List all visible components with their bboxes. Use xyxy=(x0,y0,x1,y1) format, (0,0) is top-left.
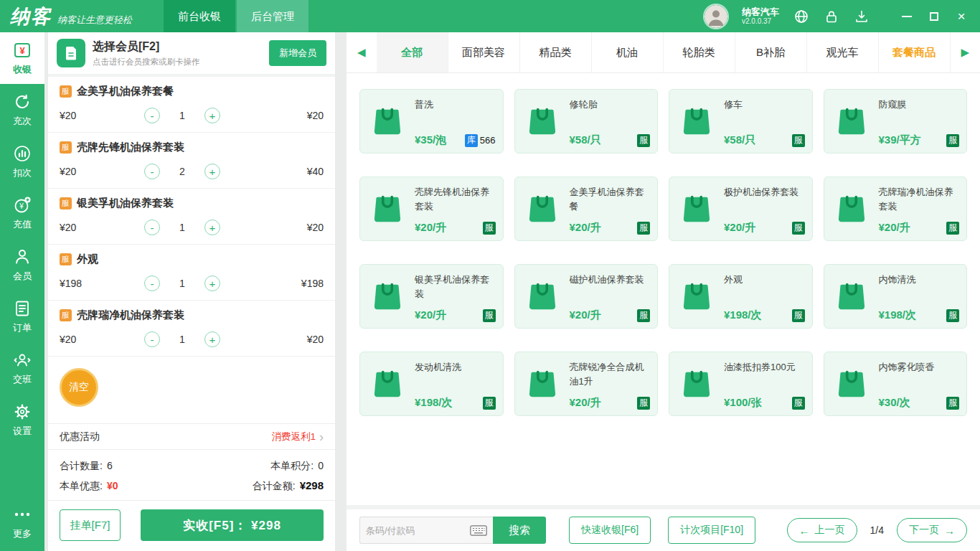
product-card[interactable]: 油漆抵扣券100元 ¥100/张服 xyxy=(669,352,813,416)
quick-cashier-button[interactable]: 快速收银[F6] xyxy=(569,517,651,544)
category-tab-tires[interactable]: 轮胎类 xyxy=(664,32,735,72)
quantity-stepper: - 1 + xyxy=(144,108,220,123)
tab-front-cashier[interactable]: 前台收银 xyxy=(164,0,235,32)
sidebar-item-settings[interactable]: 设置 xyxy=(0,394,44,446)
minus-button[interactable]: - xyxy=(144,331,160,347)
product-card[interactable]: 内饰清洗 ¥198/次服 xyxy=(824,264,968,329)
maximize-button[interactable] xyxy=(924,6,944,27)
chevron-right-icon: › xyxy=(319,430,324,443)
cart-list: 服金美孚机油保养套餐 ¥20 - 1 + ¥20 服壳牌先锋机油保养套装 xyxy=(48,77,335,357)
category-tab-sightseeing[interactable]: 观光车 xyxy=(807,32,879,72)
member-title: 选择会员[F2] xyxy=(93,39,200,55)
gear-icon xyxy=(13,402,32,421)
count-item-button[interactable]: 计次项目[F10] xyxy=(668,517,755,544)
product-card[interactable]: 防窥膜 ¥39/平方服 xyxy=(824,89,968,154)
category-tab-facial[interactable]: 面部美容 xyxy=(448,32,520,72)
minus-button[interactable]: - xyxy=(144,276,160,291)
service-badge: 服 xyxy=(637,309,650,322)
category-tab-oil[interactable]: 机油 xyxy=(592,32,664,72)
sidebar-item-orders[interactable]: 订单 xyxy=(0,291,44,342)
keyboard-icon[interactable] xyxy=(470,525,487,536)
sidebar-item-member[interactable]: 会员 xyxy=(0,239,44,291)
sidebar-item-recharge[interactable]: ¥ 充值 xyxy=(0,187,44,239)
clear-cart-button[interactable]: 清空 xyxy=(60,368,98,407)
minus-button[interactable]: - xyxy=(144,164,160,179)
search-button[interactable]: 搜索 xyxy=(493,517,546,544)
member-select[interactable]: 选择会员[F2] 点击进行会员搜索或刷卡操作 新增会员 xyxy=(48,32,335,77)
service-badge: 服 xyxy=(637,397,650,410)
globe-icon[interactable] xyxy=(793,9,809,24)
product-card[interactable]: 修车 ¥58/只服 xyxy=(669,89,813,154)
sidebar-item-label: 交班 xyxy=(13,373,32,386)
plus-button[interactable]: + xyxy=(204,331,220,347)
plus-button[interactable]: + xyxy=(204,108,220,123)
product-card[interactable]: 磁护机油保养套装 ¥20/升服 xyxy=(514,264,659,329)
product-panel: ◀ 全部 面部美容 精品类 机油 轮胎类 B补胎 观光车 套餐商品 ▶ xyxy=(347,32,980,551)
avatar[interactable] xyxy=(705,5,727,28)
product-card[interactable]: 普洗 ¥35/泡 库566 xyxy=(359,89,504,154)
shopping-bag-icon xyxy=(522,183,562,235)
category-tab-all[interactable]: 全部 xyxy=(377,32,448,72)
shopping-bag-icon xyxy=(367,358,407,410)
sidebar-item-deduct-times[interactable]: 扣次 xyxy=(0,136,44,187)
minimize-button[interactable] xyxy=(897,6,917,27)
product-card[interactable]: 外观 ¥198/次服 xyxy=(669,264,813,329)
sidebar-item-shift[interactable]: 交班 xyxy=(0,342,44,394)
promo-row[interactable]: 优惠活动 消费返利1 › xyxy=(48,423,335,450)
cart-item-name: 银美孚机油保养套装 xyxy=(77,197,174,210)
product-card[interactable]: 极护机油保养套装 ¥20/升服 xyxy=(669,176,813,241)
minus-button[interactable]: - xyxy=(144,108,160,123)
cart-item-price: ¥20 xyxy=(60,334,123,345)
minus-button[interactable]: - xyxy=(144,220,160,235)
search-input[interactable] xyxy=(366,525,470,536)
sidebar-item-label: 收银 xyxy=(13,63,32,76)
category-next-arrow[interactable]: ▶ xyxy=(951,32,980,72)
refresh-icon xyxy=(13,93,32,111)
product-card[interactable]: 金美孚机油保养套餐 ¥20/升服 xyxy=(514,176,659,241)
sidebar-item-recharge-times[interactable]: 充次 xyxy=(0,84,44,136)
sidebar-item-cashier[interactable]: ¥ 收银 xyxy=(0,32,44,84)
product-card[interactable]: 发动机清洗 ¥198/次服 xyxy=(359,352,504,416)
hold-order-button[interactable]: 挂单[F7] xyxy=(60,509,121,541)
product-card[interactable]: 银美孚机油保养套装 ¥20/升服 xyxy=(359,264,504,329)
close-button[interactable]: × xyxy=(951,6,971,27)
category-tab-tire-repair[interactable]: B补胎 xyxy=(735,32,807,72)
sidebar-item-more[interactable]: 更多 xyxy=(0,496,44,548)
plus-button[interactable]: + xyxy=(204,220,220,235)
service-badge: 服 xyxy=(946,134,959,147)
checkout-button[interactable]: 实收[F5]： ¥298 xyxy=(141,509,324,541)
promo-label: 优惠活动 xyxy=(60,430,100,443)
add-member-button[interactable]: 新增会员 xyxy=(269,40,326,66)
next-page-button[interactable]: 下一页→ xyxy=(897,518,967,542)
shopping-bag-icon xyxy=(522,358,562,410)
product-name: 外观 xyxy=(724,273,805,287)
lock-icon[interactable] xyxy=(824,9,839,24)
product-price: ¥39/平方 xyxy=(879,133,921,147)
product-price: ¥20/升 xyxy=(724,221,755,235)
product-name: 银美孚机油保养套装 xyxy=(415,273,496,301)
points-value: 0 xyxy=(318,456,324,476)
tab-backend-manage[interactable]: 后台管理 xyxy=(237,0,308,32)
pay-row: 挂单[F7] 实收[F5]： ¥298 xyxy=(48,500,335,551)
category-tab-boutique[interactable]: 精品类 xyxy=(520,32,592,72)
product-card[interactable]: 修轮胎 ¥58/只服 xyxy=(514,89,659,154)
product-card[interactable]: 壳牌先锋机油保养套装 ¥20/升服 xyxy=(359,176,504,241)
plus-button[interactable]: + xyxy=(204,276,220,291)
service-badge: 服 xyxy=(946,309,959,322)
download-icon[interactable] xyxy=(854,9,870,24)
product-card[interactable]: 壳牌瑞净机油保养套装 ¥20/升服 xyxy=(824,176,968,241)
category-prev-arrow[interactable]: ◀ xyxy=(347,32,377,72)
service-badge: 服 xyxy=(637,134,650,147)
plus-button[interactable]: + xyxy=(204,164,220,179)
svg-text:¥: ¥ xyxy=(19,45,25,56)
product-price: ¥58/只 xyxy=(724,133,755,147)
product-grid: 普洗 ¥35/泡 库566 修轮胎 ¥58/只服 xyxy=(347,73,980,505)
product-price: ¥30/次 xyxy=(879,396,910,410)
category-tab-package[interactable]: 套餐商品 xyxy=(879,32,951,72)
cart-item: 服外观 ¥198 - 1 + ¥198 xyxy=(48,245,335,301)
product-card[interactable]: 内饰雾化喷香 ¥30/次服 xyxy=(824,352,968,416)
product-card[interactable]: 壳牌锐净全合成机油1升 ¥20/升服 xyxy=(514,352,659,416)
prev-page-button[interactable]: ←上一页 xyxy=(787,518,857,542)
cart-item: 服壳牌先锋机油保养套装 ¥20 - 2 + ¥40 xyxy=(48,133,335,189)
shopping-bag-icon xyxy=(677,270,717,322)
